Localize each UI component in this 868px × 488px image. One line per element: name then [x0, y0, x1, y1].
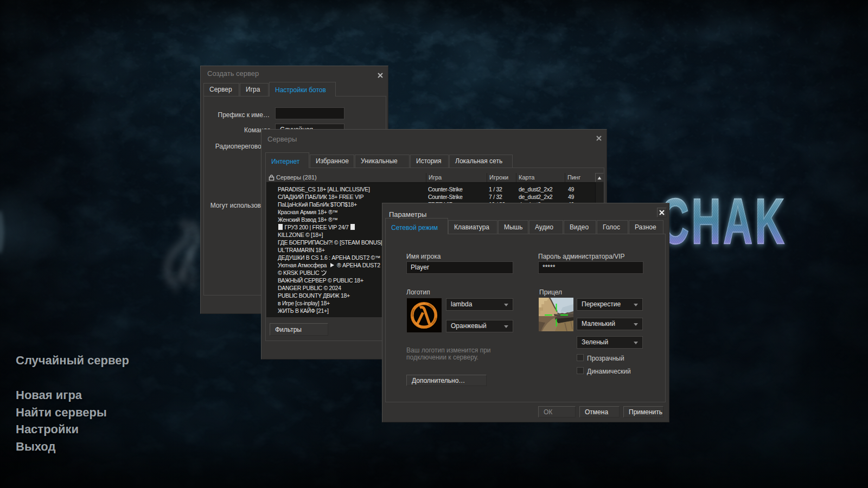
svg-text:CHAK: CHAK [660, 185, 787, 257]
